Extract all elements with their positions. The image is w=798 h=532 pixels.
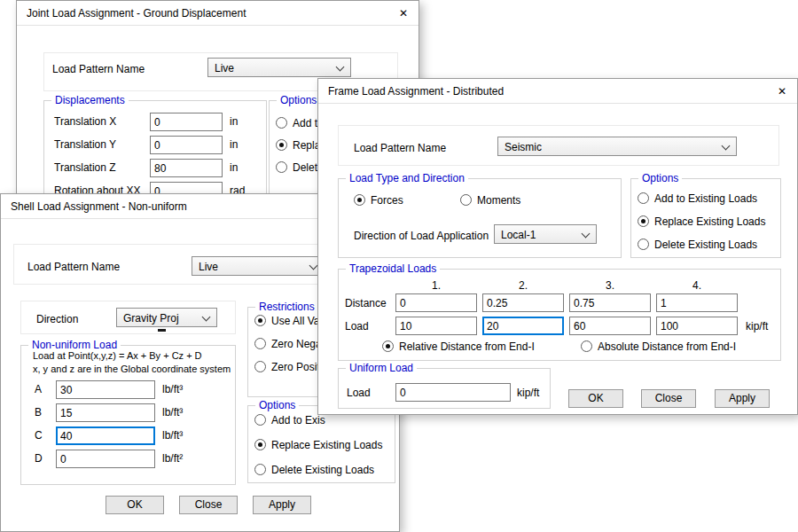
close-button[interactable]: Close [179,496,238,514]
formula-line-1: Load at Point(x,y,z) = Ax + By + Cz + D [33,350,202,361]
column-header-3: 3. [606,279,614,292]
ok-button[interactable]: OK [106,496,164,514]
formula-line-2: x, y and z are in the Global coordinate … [33,364,231,374]
combo-value: Live [215,62,234,74]
trapezoidal-group-label: Trapezoidal Loads [346,262,440,275]
load-row-label: Load [345,320,369,332]
frame-dialog-title: Frame Load Assignment - Distributed [328,85,504,98]
apply-button[interactable]: Apply [715,389,770,408]
ok-button[interactable]: OK [568,389,623,408]
close-button[interactable]: Close [641,389,696,408]
chevron-down-icon [722,142,731,151]
radio-icon [354,194,365,206]
radio-icon [581,340,592,352]
uniform-load-unit: kip/ft [517,387,539,399]
frame-dialog-titlebar[interactable]: Frame Load Assignment - Distributed ✕ [318,79,797,104]
radio-label: Moments [477,194,520,207]
load-direction-select[interactable]: Local-1 [494,224,597,244]
translation-y-label: Translation Y [54,138,116,151]
load-input-3[interactable] [569,317,651,335]
load-pattern-select[interactable]: Live [207,58,351,77]
radio-label: Replace Existing Loads [654,215,765,228]
apply-button[interactable]: Apply [253,496,311,514]
load-application-direction-label: Direction of Load Application [354,230,489,242]
distance-row-label: Distance [345,297,387,309]
radio-moments[interactable]: Moments [460,194,549,207]
load-pattern-label: Load Pattern Name [354,142,446,154]
joint-dialog-titlebar[interactable]: Joint Load Assignment - Ground Displacem… [17,1,419,26]
radio-icon [382,340,394,352]
translation-z-label: Translation Z [54,161,116,174]
radio-icon [638,215,649,227]
radio-icon [254,414,266,426]
direction-select[interactable]: Gravity Proj [116,308,217,327]
radio-icon [254,315,266,326]
frame-load-dialog: Frame Load Assignment - Distributed ✕ Lo… [317,78,798,415]
translation-x-input[interactable] [150,113,223,131]
column-header-1: 1. [432,279,441,292]
combo-value: Live [199,261,218,273]
load-input-1[interactable] [395,317,477,335]
distance-input-3[interactable] [569,293,651,312]
coef-c-label: C [35,429,43,442]
radio-relative-distance[interactable]: Relative Distance from End-I [382,340,551,353]
load-type-group: Load Type and Direction [338,178,622,258]
radio-icon [254,361,266,372]
coef-b-label: B [35,406,42,419]
radio-delete-existing[interactable]: Delete Existing Loads [638,239,778,251]
load-row-unit: kip/ft [746,320,768,332]
radio-label: Zero Positi [271,361,322,373]
radio-replace-existing[interactable]: Replace Existing Loads [638,215,778,228]
load-pattern-label: Load Pattern Name [52,63,145,75]
load-pattern-label: Load Pattern Name [27,261,120,273]
coef-c-unit: lb/ft³ [162,429,183,442]
radio-label: Use All Val [271,315,322,327]
radio-icon [276,139,287,151]
radio-label: Add to Existing Loads [654,192,757,205]
translation-z-unit: in [230,161,238,174]
coef-c-input[interactable] [56,426,155,445]
radio-icon [276,117,287,129]
coef-a-input[interactable] [56,380,155,399]
radio-icon [254,439,266,450]
radio-label: Relative Distance from End-I [399,340,535,353]
translation-x-label: Translation X [54,115,116,128]
chevron-down-icon [202,313,211,322]
load-pattern-select[interactable]: Live [192,256,325,276]
radio-forces[interactable]: Forces [354,194,434,207]
distance-input-1[interactable] [395,293,477,312]
radio-replace-existing[interactable]: Replace Existing Loads [254,439,392,451]
coef-a-label: A [35,383,42,395]
translation-x-unit: in [230,115,238,128]
uniform-group-label: Uniform Load [346,362,417,374]
coef-a-unit: lb/ft³ [162,383,183,395]
load-type-group-label: Load Type and Direction [346,172,468,184]
load-input-2[interactable] [482,317,564,335]
radio-absolute-distance[interactable]: Absolute Distance from End-I [581,340,754,353]
distance-input-2[interactable] [482,293,564,312]
joint-options-group-label: Options [277,94,320,106]
radio-add-to-existing[interactable]: Add to Existing Loads [638,192,778,205]
translation-y-input[interactable] [150,136,223,154]
load-pattern-select[interactable]: Seismic [497,137,737,156]
radio-icon [254,464,266,475]
radio-label: Forces [371,194,403,207]
artifact-mark [158,329,166,332]
uniform-load-input[interactable] [395,383,511,402]
coef-b-input[interactable] [56,403,155,422]
chevron-down-icon [336,63,345,72]
chevron-down-icon [309,262,318,270]
coef-b-unit: lb/ft³ [162,406,183,419]
translation-z-input[interactable] [150,159,223,177]
load-input-4[interactable] [656,317,738,335]
distance-input-4[interactable] [656,293,738,312]
radio-delete-existing[interactable]: Delete Existing Loads [254,464,392,476]
radio-label: Delete Existing Loads [271,464,374,476]
close-icon[interactable]: ✕ [395,5,411,21]
radio-add-to-existing[interactable]: Add to Exis [254,414,392,426]
joint-dialog-title: Joint Load Assignment - Ground Displacem… [27,7,246,20]
radio-label: Absolute Distance from End-I [598,340,736,353]
coef-d-input[interactable] [56,450,155,468]
close-icon[interactable]: ✕ [774,83,790,99]
radio-label: Delete Existing Loads [654,239,757,251]
